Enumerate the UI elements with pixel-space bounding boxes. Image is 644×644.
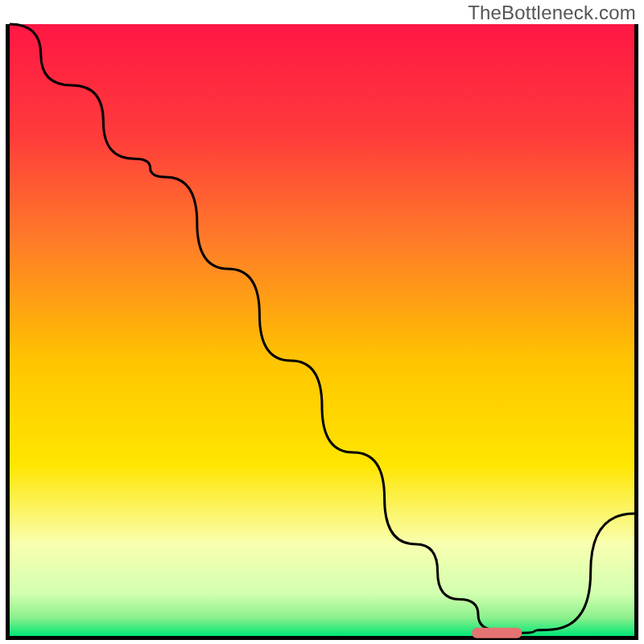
y-axis-right bbox=[634, 24, 638, 640]
optimum-marker bbox=[472, 628, 522, 638]
x-axis bbox=[6, 636, 638, 640]
chart-container: TheBottleneck.com bbox=[0, 0, 644, 644]
bottleneck-chart-svg bbox=[0, 0, 644, 644]
y-axis bbox=[6, 24, 10, 640]
